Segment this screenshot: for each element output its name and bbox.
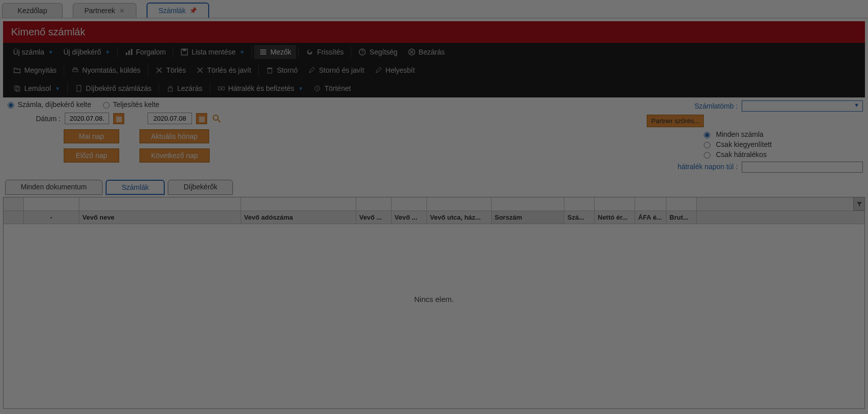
filter-cell[interactable]: [427, 197, 492, 211]
doc-tab-proformas[interactable]: Díjbekérők: [168, 180, 233, 195]
print-send-button[interactable]: Nyomtatás, küldés: [66, 63, 146, 77]
printer-icon: [71, 66, 79, 74]
filter-cell[interactable]: [392, 197, 427, 211]
separator: [210, 83, 210, 94]
col-header-customer-b[interactable]: Vevő ...: [392, 211, 427, 224]
arrears-payment-button[interactable]: Hátralék és befizetés▼: [212, 81, 309, 95]
radio-fulfillment-date[interactable]: Teljesítés kelte: [101, 100, 160, 109]
svg-rect-12: [74, 68, 77, 69]
filter-cell[interactable]: [666, 197, 697, 211]
separator: [258, 65, 259, 76]
bar-chart-icon: [125, 48, 133, 56]
calendar-icon[interactable]: ▦: [196, 113, 207, 124]
radio-invoice-date[interactable]: Számla, díjbekérő kelte: [5, 100, 91, 109]
svg-rect-0: [126, 53, 127, 55]
history-button[interactable]: Történet: [308, 81, 356, 95]
col-header[interactable]: [4, 211, 24, 224]
storno-button[interactable]: Stornó: [261, 63, 303, 77]
filter-cell[interactable]: [595, 197, 635, 211]
close-icon[interactable]: ✕: [119, 7, 125, 15]
col-header-customer-name[interactable]: Vevő neve: [79, 211, 241, 224]
col-header-dash[interactable]: -: [24, 211, 79, 224]
filter-cell[interactable]: [635, 197, 666, 211]
history-icon: [313, 84, 321, 92]
separator: [117, 46, 118, 58]
filter-toggle-icon[interactable]: [853, 197, 864, 211]
radio-invoice-date-input[interactable]: [8, 102, 14, 109]
radio-fulfillment-date-input[interactable]: [103, 102, 110, 109]
new-proforma-button[interactable]: Új díjbekérő▼: [58, 45, 115, 59]
next-day-button[interactable]: Következő nap: [139, 148, 210, 163]
new-invoice-button[interactable]: Új számla▼: [8, 45, 58, 59]
today-button[interactable]: Mai nap: [64, 129, 119, 143]
radio-only-arrears-input[interactable]: [704, 152, 710, 159]
document-icon: [75, 84, 83, 92]
storno-fix-button[interactable]: Stornó és javít: [303, 63, 369, 77]
svg-point-20: [220, 88, 222, 89]
col-header-sz[interactable]: Szá...: [564, 211, 595, 224]
filter-cell[interactable]: [79, 197, 241, 211]
svg-rect-5: [260, 49, 266, 50]
date-from-input[interactable]: [65, 113, 109, 124]
calendar-icon[interactable]: ▦: [113, 113, 124, 124]
filter-cell[interactable]: [356, 197, 392, 211]
radio-all-invoices[interactable]: Minden számla: [701, 130, 863, 138]
col-header-customer-a[interactable]: Vevő ...: [356, 211, 392, 224]
delete-button[interactable]: Törlés: [150, 63, 191, 77]
copy-button[interactable]: Lemásol▼: [8, 81, 65, 95]
doc-tab-all[interactable]: Minden dokumentum: [5, 180, 103, 195]
data-grid: - Vevő neve Vevő adószáma Vevő ... Vevő …: [3, 197, 865, 409]
tab-home[interactable]: Kezdőlap: [2, 3, 63, 18]
correct-button[interactable]: Helyesbít: [369, 63, 420, 77]
filter-cell[interactable]: [492, 197, 564, 211]
separator: [252, 46, 252, 58]
close-item-button[interactable]: Lezárás: [161, 81, 208, 95]
filter-cell[interactable]: [24, 197, 79, 211]
list-icon: [259, 48, 267, 56]
close-button[interactable]: Bezárás: [403, 45, 450, 59]
delete-icon: [196, 66, 204, 74]
col-header-gross[interactable]: Brut...: [666, 211, 697, 224]
prev-day-button[interactable]: Előző nap: [64, 148, 119, 163]
chevron-down-icon: ▼: [105, 49, 110, 55]
partner-filter-button[interactable]: Partner szűrés...: [647, 115, 704, 127]
col-header-customer-tax[interactable]: Vevő adószáma: [241, 211, 356, 224]
filter-cell[interactable]: [564, 197, 595, 211]
edit-icon: [308, 66, 316, 74]
tab-partners[interactable]: Partnerek ✕: [73, 3, 136, 18]
filter-cell[interactable]: [241, 197, 356, 211]
tab-invoices[interactable]: Számlák 📌: [147, 3, 210, 18]
current-month-button[interactable]: Aktuális hónap: [139, 129, 209, 143]
arrears-days-input[interactable]: [742, 162, 863, 173]
radio-only-settled-input[interactable]: [704, 142, 710, 148]
invoice-book-dropdown[interactable]: [742, 100, 863, 112]
traffic-button[interactable]: Forgalom: [120, 45, 171, 59]
page-title: Kimenő számlák: [3, 21, 865, 43]
svg-rect-18: [168, 88, 172, 91]
refresh-button[interactable]: Frissítés: [301, 45, 349, 59]
pin-icon[interactable]: 📌: [189, 7, 197, 14]
help-button[interactable]: ? Segítség: [353, 45, 402, 59]
radio-all-invoices-input[interactable]: [704, 132, 710, 138]
chevron-down-icon: ▼: [55, 86, 60, 91]
date-to-input[interactable]: [148, 113, 192, 124]
col-header-net[interactable]: Nettó ér...: [595, 211, 635, 224]
search-icon[interactable]: [211, 113, 222, 124]
svg-rect-4: [183, 49, 186, 51]
filter-cell[interactable]: [4, 197, 24, 211]
separator: [351, 46, 351, 58]
col-header-vat[interactable]: ÁFA é...: [635, 211, 666, 224]
delete-icon: [155, 66, 163, 74]
doc-tab-invoices[interactable]: Számlák: [106, 180, 165, 195]
radio-only-arrears[interactable]: Csak hátralékos: [701, 150, 863, 159]
delete-fix-button[interactable]: Törlés és javít: [191, 63, 256, 77]
save-list-button[interactable]: Lista mentése▼: [175, 45, 250, 59]
col-header-customer-street[interactable]: Vevő utca, ház...: [427, 211, 492, 224]
open-button[interactable]: Megnyitás: [8, 63, 62, 77]
radio-only-settled[interactable]: Csak kiegyenlített: [701, 140, 863, 148]
fields-button[interactable]: Mezők: [254, 45, 296, 59]
top-nav-tabs: Kezdőlap Partnerek ✕ Számlák 📌: [0, 0, 868, 18]
col-header-serial[interactable]: Sorszám: [492, 211, 564, 224]
proforma-invoicing-button[interactable]: Díjbekérő számlázás: [70, 81, 157, 95]
arrears-days-label: hátralék napon túl :: [662, 163, 738, 171]
